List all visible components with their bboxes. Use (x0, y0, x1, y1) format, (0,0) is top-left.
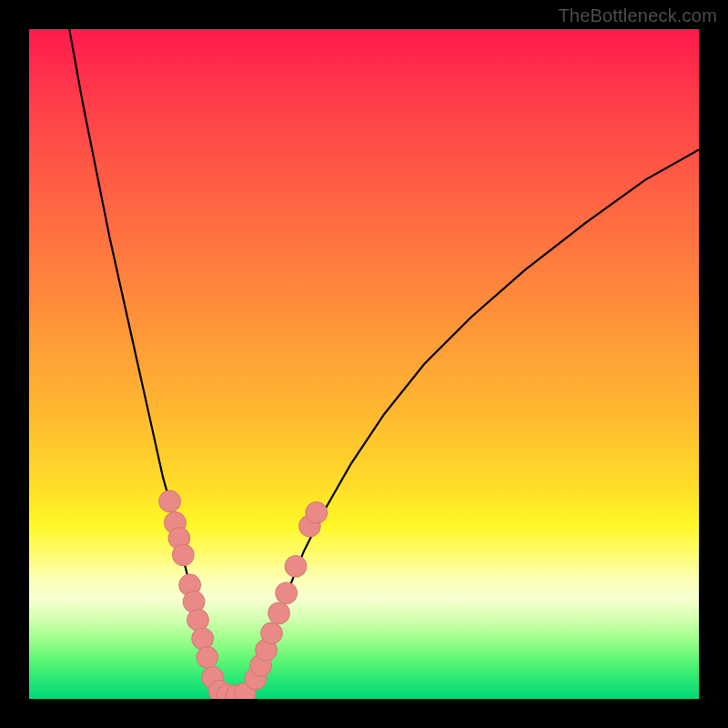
chart-svg (29, 29, 699, 699)
bottleneck-curve (69, 29, 699, 697)
svg-point-17 (261, 622, 283, 644)
data-markers (159, 490, 328, 699)
svg-point-18 (268, 602, 290, 624)
plot-area (29, 29, 699, 699)
svg-point-20 (285, 555, 307, 577)
svg-point-7 (192, 628, 214, 650)
svg-point-22 (306, 502, 328, 524)
svg-point-3 (173, 544, 195, 566)
svg-point-0 (159, 490, 181, 512)
svg-point-19 (276, 582, 298, 604)
watermark-text: TheBottleneck.com (558, 5, 717, 26)
svg-point-8 (197, 647, 218, 669)
chart-frame: TheBottleneck.com (0, 0, 728, 728)
svg-point-6 (187, 609, 209, 631)
